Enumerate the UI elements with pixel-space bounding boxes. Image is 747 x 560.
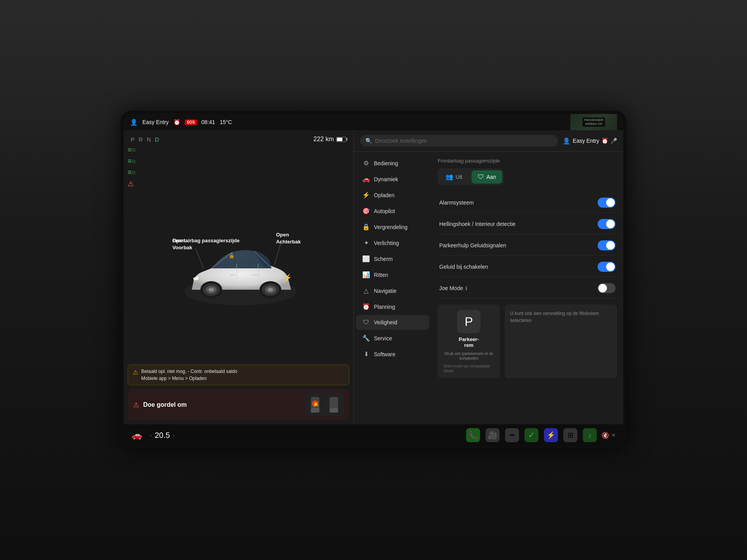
left-icons-panel: ≡○ ≡○ ≡○ ⚠	[128, 146, 349, 188]
alarm-toggle[interactable]	[598, 198, 615, 208]
prnd-d: D	[155, 136, 160, 143]
app-bluetooth[interactable]: ⚡	[544, 428, 558, 442]
hellingshoek-toggle[interactable]	[598, 219, 615, 229]
svg-text:🔔: 🔔	[314, 402, 319, 407]
scherm-icon: ⬜	[362, 255, 370, 262]
svg-rect-21	[330, 397, 338, 409]
sidebar-item-bediening[interactable]: ⚙ Bediening	[356, 156, 429, 171]
app-camera[interactable]: 🎥	[486, 428, 500, 442]
autopilot-icon: 🎯	[362, 207, 370, 215]
volume-icon[interactable]: 🔇	[601, 432, 609, 439]
vergrendeling-label: Vergrendeling	[374, 224, 407, 230]
payment-warning-banner: ⚠ Betaald opl. niet mog. - Contr. onbeta…	[128, 364, 349, 385]
sidebar-item-ritten[interactable]: 📊 Ritten	[356, 267, 429, 282]
svg-rect-14	[252, 274, 258, 276]
service-label: Service	[374, 335, 392, 341]
profile-section[interactable]: 👤 Easy Entry ⏰ 🎤	[563, 137, 617, 145]
search-box[interactable]: 🔍 Doorzoek instellingen	[360, 135, 558, 147]
profile-alarm-icon: ⏰	[601, 138, 608, 144]
warning-subtitle: Mobiele app > Menu > Opladen	[141, 375, 237, 382]
verlichting-icon: ✦	[362, 239, 370, 247]
settings-nav: ⚙ Bediening 🚗 Dynamiek ⚡ Opladen	[354, 152, 431, 424]
scherm-label: Scherm	[374, 256, 393, 262]
settings-content: Frontairbag passagierszijde 👥 Uit 🛡 Aan	[431, 152, 623, 424]
app-spotify[interactable]: ♪	[583, 428, 597, 442]
software-icon: ⬇	[362, 350, 370, 358]
navigatie-icon: △	[362, 287, 370, 294]
speed-left-arrow[interactable]: ‹	[150, 432, 152, 438]
geluid-label: Geluid bij schakelen	[439, 264, 488, 270]
headlight-icon-2: ≡○	[128, 157, 136, 165]
sidebar-item-opladen[interactable]: ⚡ Opladen	[356, 187, 429, 203]
airbag-section: Frontairbag passagierszijde 👥 Uit 🛡 Aan	[438, 158, 617, 185]
dynamiek-icon: 🚗	[362, 175, 370, 183]
geluid-toggle[interactable]	[598, 262, 615, 272]
sidebar-item-autopilot[interactable]: 🎯 Autopilot	[356, 203, 429, 219]
parkeer-card[interactable]: P Parkeer-rem Druk om parkeerrem in te s…	[438, 304, 500, 378]
app-check[interactable]: ✓	[524, 428, 538, 442]
svg-point-8	[209, 288, 214, 292]
joe-toggle[interactable]	[598, 283, 615, 293]
app-phone[interactable]: 📞	[466, 428, 480, 442]
seatbelt-warning-icon: ⚠	[133, 401, 139, 409]
icon-row-3: ≡○	[128, 168, 349, 177]
parkeer-footnote: Voet moet op rempedaal staan	[443, 364, 494, 373]
airbag-uit-button[interactable]: 👥 Uit	[439, 170, 468, 184]
toggle-item-parkeerhulp: Parkeerhulp Geluidsignalen	[438, 236, 617, 256]
map-thumbnail: PASSENGERAIRBAG ON	[570, 114, 617, 130]
sidebar-item-veiligheid[interactable]: 🛡 Veiligheid	[356, 315, 429, 330]
taskbar: 🚗 ‹ 20.5 › 📞 🎥 ••• ✓ ⚡ ⊞ ♪ 🔇	[124, 424, 623, 446]
left-panel: P R N D 222 km	[124, 130, 353, 424]
bediening-icon: ⚙	[362, 159, 370, 167]
taskbar-apps: 📞 🎥 ••• ✓ ⚡ ⊞ ♪	[466, 428, 597, 442]
warning-text: Betaald opl. niet mog. - Contr. onbetaal…	[141, 368, 237, 382]
seatbelt-text: Doe gordel om	[143, 401, 187, 408]
status-temp: 15°C	[220, 119, 232, 125]
right-panel: 🔍 Doorzoek instellingen 👤 Easy Entry ⏰ 🎤	[354, 130, 623, 424]
seatbelt-left: ⚠ Doe gordel om	[133, 401, 187, 409]
status-bar-right: PASSENGERAIRBAG ON	[570, 114, 617, 130]
settings-header: 🔍 Doorzoek instellingen 👤 Easy Entry ⏰ 🎤	[354, 130, 623, 152]
icon-row-1: ≡○	[128, 146, 349, 154]
sidebar-item-software[interactable]: ⬇ Software	[356, 346, 429, 362]
toggle-item-hellingshoek: Hellingshoek / Interieur detectie	[438, 214, 617, 234]
opladen-icon: ⚡	[362, 191, 370, 199]
sidebar-item-service[interactable]: 🔧 Service	[356, 331, 429, 346]
sidebar-item-vergrendeling[interactable]: 🔒 Vergrendeling	[356, 219, 429, 234]
ritten-icon: 📊	[362, 271, 370, 278]
status-bar: 👤 Easy Entry ⏰ SOS 08:41 15°C PASSENGERA…	[124, 114, 623, 130]
speed-right-arrow[interactable]: ›	[173, 432, 175, 438]
navigatie-label: Navigatie	[374, 288, 396, 294]
sidebar-item-planning[interactable]: ⏰ Planning	[356, 299, 429, 314]
sidebar-item-scherm[interactable]: ⬜ Scherm	[356, 251, 429, 266]
service-icon: 🔧	[362, 334, 370, 342]
odometer-value: 222 km	[314, 136, 334, 143]
joe-label: Joe Mode ℹ	[439, 285, 467, 291]
sidebar-item-dynamiek[interactable]: 🚗 Dynamiek	[356, 172, 429, 187]
parkeerhulp-toggle[interactable]	[598, 240, 615, 250]
airbag-uit-icon: 👥	[445, 173, 453, 180]
seatbelt-banner: ⚠ Doe gordel om	[128, 389, 349, 420]
app-grid[interactable]: ⊞	[563, 428, 577, 442]
planning-icon: ⏰	[362, 303, 370, 310]
parkeer-info-text: U kunt ook een versnelling op de flitsko…	[510, 310, 612, 324]
app-more[interactable]: •••	[505, 428, 519, 442]
search-icon: 🔍	[365, 138, 372, 144]
driver-icon: 👤	[130, 119, 138, 126]
parkeer-section: P Parkeer-rem Druk om parkeerrem in te s…	[438, 304, 617, 378]
sidebar-item-verlichting[interactable]: ✦ Verlichting	[356, 235, 429, 250]
sidebar-item-navigatie[interactable]: △ Navigatie	[356, 283, 429, 298]
status-time: 08:41	[202, 119, 215, 125]
svg-point-12	[268, 288, 273, 292]
svg-rect-22	[330, 408, 338, 413]
svg-rect-13	[230, 274, 235, 276]
alarm-label: Alarmsysteem	[439, 200, 474, 206]
prnd-p: P	[131, 136, 139, 143]
airbag-aan-button[interactable]: 🛡 Aan	[472, 170, 502, 184]
warning-triangle-icon: ⚠	[128, 180, 134, 188]
toggle-item-geluid: Geluid bij schakelen	[438, 257, 617, 277]
car-bottom-icon: 🚗	[132, 430, 142, 440]
profile-name: Easy Entry	[573, 138, 599, 144]
airbag-toggle-row: 👥 Uit 🛡 Aan	[438, 168, 504, 185]
joe-info-icon[interactable]: ℹ	[465, 285, 467, 291]
